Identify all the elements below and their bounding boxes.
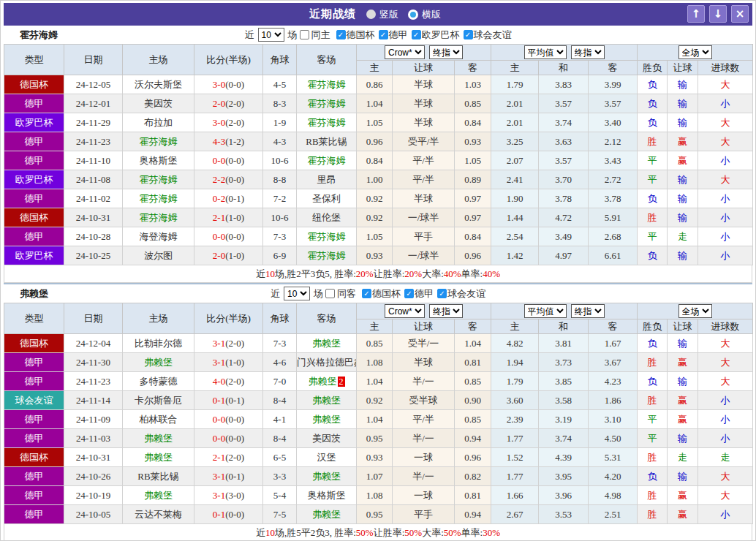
result-outcome-cell: 负: [638, 75, 668, 94]
odds-handicap-cell: 半球: [393, 189, 455, 208]
competition-checkbox[interactable]: ✓: [437, 289, 447, 298]
avg-away-cell: 4.50: [589, 429, 638, 448]
match-type-cell: 欧罗巴杯: [4, 246, 64, 265]
away-team-cell: 弗赖堡: [297, 505, 357, 524]
score-cell: 2-0(1-0): [194, 246, 263, 265]
odds-handicap-cell: 受半/一: [393, 334, 455, 353]
filter-near-label: 近: [271, 287, 280, 300]
result-handicap-cell: 输: [668, 467, 698, 486]
avg-away-cell: 1.67: [589, 334, 638, 353]
odds-final-select[interactable]: 终指: [429, 45, 463, 59]
avg-source-select[interactable]: 平均值: [524, 45, 567, 59]
summary-text: 近: [256, 268, 265, 281]
home-team-cell: 弗赖堡: [123, 448, 194, 467]
same-venue-checkbox[interactable]: [300, 30, 309, 39]
move-down-button[interactable]: ↓: [709, 5, 727, 23]
close-button[interactable]: ×: [731, 5, 749, 23]
match-row: 德甲24-11-03弗赖堡0-0(0-0)8-4美因茨0.95半/一0.941.…: [4, 429, 753, 448]
odds-handicap-cell: 半球: [393, 94, 455, 113]
away-team-cell: 弗赖堡2: [297, 372, 357, 391]
away-team-cell: 弗赖堡: [297, 334, 357, 353]
competition-checkbox[interactable]: ✓: [379, 30, 388, 39]
avg-draw-cell: 3.78: [539, 189, 589, 208]
odds-group-header: Crow*终指: [357, 303, 491, 319]
avg-draw-cell: 3.53: [539, 505, 589, 524]
same-venue-label: 同主: [311, 29, 330, 42]
halftime-score: (0-1): [225, 471, 244, 482]
result-outcome-cell: 负: [638, 113, 668, 132]
competition-checkbox[interactable]: ✓: [336, 30, 346, 39]
match-date-cell: 24-10-25: [64, 246, 123, 265]
competition-checkbox[interactable]: ✓: [464, 30, 473, 39]
avg-home-cell: 2.01: [491, 94, 539, 113]
team-name: 弗赖堡: [20, 287, 48, 300]
scope-select[interactable]: 全场: [678, 304, 712, 318]
header-avg-home: 主: [491, 319, 539, 334]
odds-group-header: Crow*终指: [357, 45, 491, 61]
team-section-freiburg: 弗赖堡 近 10 场 同客 ✓德国杯✓德甲✓球会友谊 类型 日期 主场 比分(半…: [4, 283, 752, 541]
result-handicap-cell: 输: [668, 113, 698, 132]
match-row: 德国杯24-10-31霍芬海姆2-1(1-0)10-6纽伦堡0.92一/球半0.…: [4, 208, 753, 227]
odds-away-cell: 0.84: [455, 113, 491, 132]
odds-home-cell: 1.08: [357, 353, 393, 372]
summary-text: 场,胜5平2负3, 胜率:: [275, 526, 356, 540]
match-date-cell: 24-10-31: [64, 208, 123, 227]
vertical-layout-radio[interactable]: [366, 10, 376, 19]
corner-cell: 3-3: [263, 467, 297, 486]
avg-away-cell: 1.86: [589, 391, 638, 410]
header-result-handicap: 让球: [668, 319, 698, 334]
avg-home-cell: 3.25: [491, 132, 539, 151]
away-team-cell: 奥格斯堡: [297, 486, 357, 505]
match-count-select[interactable]: 10: [258, 28, 284, 42]
result-goals-cell: 大: [698, 372, 753, 391]
match-date-cell: 24-11-29: [64, 113, 123, 132]
same-venue-checkbox[interactable]: [325, 289, 335, 298]
avg-away-cell: 4.23: [589, 372, 638, 391]
match-date-cell: 24-10-05: [64, 505, 123, 524]
match-row: 德甲24-11-02霍芬海姆0-2(0-1)7-2圣保利0.92半球0.971.…: [4, 189, 753, 208]
avg-final-select[interactable]: 终指: [571, 45, 605, 59]
score-cell: 2-1(2-0): [194, 448, 263, 467]
avg-away-cell: 3.10: [589, 410, 638, 429]
odds-handicap-cell: 平/半: [393, 151, 455, 170]
avg-draw-cell: 3.74: [539, 429, 589, 448]
avg-source-select[interactable]: 平均值: [524, 304, 567, 318]
header-score: 比分(半场): [194, 45, 263, 75]
match-count-select[interactable]: 10: [284, 287, 310, 300]
corner-cell: 7-3: [263, 227, 297, 246]
avg-final-select[interactable]: 终指: [571, 304, 605, 318]
summary-text: 单率:: [461, 526, 483, 540]
competition-checkbox[interactable]: ✓: [412, 30, 421, 39]
scope-select[interactable]: 全场: [678, 45, 712, 59]
move-up-button[interactable]: ↑: [687, 5, 705, 23]
odds-source-select[interactable]: Crow*: [385, 45, 425, 59]
fulltime-score: 0-0: [213, 155, 225, 166]
odds-final-select[interactable]: 终指: [429, 304, 463, 318]
odds-handicap-cell: 受平/半: [393, 132, 455, 151]
header-odds-home: 主: [357, 61, 393, 75]
competition-checkbox[interactable]: ✓: [362, 289, 371, 298]
filter-bar: 弗赖堡 近 10 场 同客 ✓德国杯✓德甲✓球会友谊: [4, 283, 752, 303]
header-home: 主场: [123, 303, 194, 334]
odds-away-cell: 0.94: [455, 505, 491, 524]
match-type-cell: 德甲: [4, 353, 64, 372]
odds-away-cell: 0.96: [455, 246, 491, 265]
home-team-cell: RB莱比锡: [123, 467, 194, 486]
competition-checkbox[interactable]: ✓: [404, 289, 414, 298]
result-handicap-cell: 输: [668, 75, 698, 94]
matches-table: 类型 日期 主场 比分(半场) 角球 客场 Crow*终指 平均值终指 全场 主…: [4, 303, 753, 524]
result-goals-cell: 大: [698, 353, 753, 372]
summary-text: 50%: [444, 527, 461, 539]
result-outcome-cell: 胜: [638, 132, 668, 151]
odds-source-select[interactable]: Crow*: [385, 304, 425, 318]
horizontal-layout-radio[interactable]: [408, 10, 418, 20]
avg-home-cell: 2.07: [491, 151, 539, 170]
result-handicap-cell: 赢: [668, 391, 698, 410]
away-team-cell: 美因茨: [297, 429, 357, 448]
result-outcome-cell: 胜: [638, 486, 668, 505]
match-type-cell: 球会友谊: [4, 391, 64, 410]
odds-away-cell: 0.94: [455, 429, 491, 448]
avg-away-cell: 2.72: [589, 170, 638, 189]
header-odds-handicap: 让球: [393, 61, 455, 75]
result-outcome-cell: 负: [638, 189, 668, 208]
